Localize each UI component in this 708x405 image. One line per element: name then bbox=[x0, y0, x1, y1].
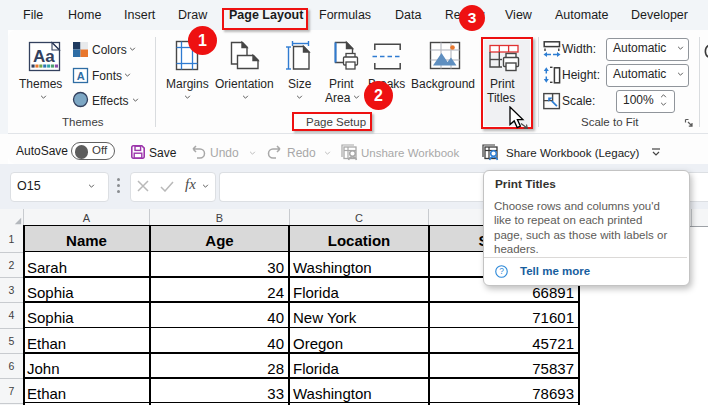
svg-text:A: A bbox=[77, 70, 85, 82]
svg-text:?: ? bbox=[499, 266, 504, 276]
svg-text:Aa: Aa bbox=[33, 47, 55, 66]
